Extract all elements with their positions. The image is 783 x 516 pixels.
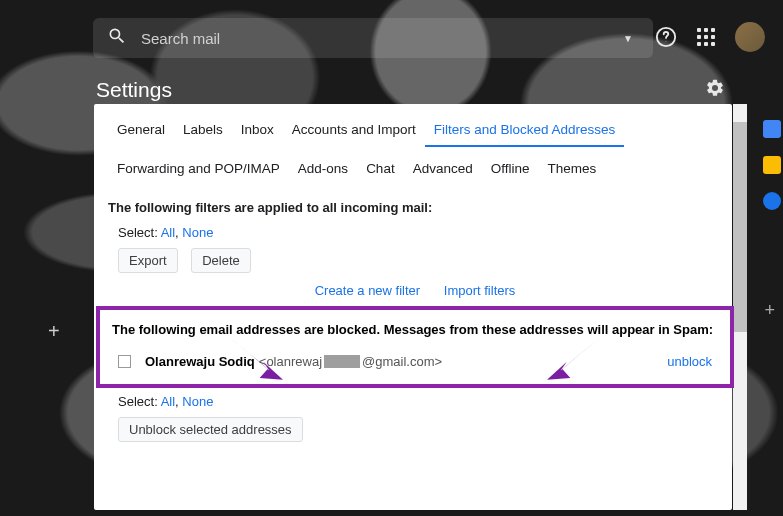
- blocked-contact-email: <olanrewaj @gmail.com>: [259, 354, 442, 369]
- unblock-link[interactable]: unblock: [667, 354, 712, 369]
- delete-button[interactable]: Delete: [191, 248, 251, 273]
- help-icon[interactable]: [655, 26, 677, 48]
- side-panel: [763, 120, 781, 210]
- tab-filters-blocked[interactable]: Filters and Blocked Addresses: [425, 118, 625, 147]
- blocked-row-checkbox[interactable]: [118, 355, 131, 368]
- svg-point-1: [666, 41, 667, 42]
- select-label: Select:: [118, 394, 158, 409]
- tab-labels[interactable]: Labels: [174, 118, 232, 147]
- page-title: Settings: [96, 78, 172, 102]
- import-filters-link[interactable]: Import filters: [444, 283, 516, 298]
- settings-tabs-row1: General Labels Inbox Accounts and Import…: [108, 118, 722, 147]
- scroll-thumb[interactable]: [733, 122, 747, 332]
- avatar[interactable]: [735, 22, 765, 52]
- side-panel-add-icon[interactable]: +: [764, 300, 775, 321]
- tab-accounts-import[interactable]: Accounts and Import: [283, 118, 425, 147]
- blocked-addresses-box: The following email addresses are blocke…: [96, 306, 734, 388]
- top-right-icons: [655, 22, 765, 52]
- search-input[interactable]: [141, 30, 617, 47]
- search-icon: [107, 26, 127, 50]
- export-button[interactable]: Export: [118, 248, 178, 273]
- blocked-contact-name: Olanrewaju Sodiq: [145, 354, 255, 369]
- tab-themes[interactable]: Themes: [538, 157, 605, 184]
- select-label: Select:: [118, 225, 158, 240]
- apps-icon[interactable]: [695, 26, 717, 48]
- filters-select-row: Select: All, None: [118, 225, 722, 240]
- keep-app-icon[interactable]: [763, 156, 781, 174]
- search-bar[interactable]: ▼: [93, 18, 653, 58]
- settings-tabs-row2: Forwarding and POP/IMAP Add-ons Chat Adv…: [108, 157, 722, 184]
- tasks-app-icon[interactable]: [763, 192, 781, 210]
- unblock-selected-button[interactable]: Unblock selected addresses: [118, 417, 303, 442]
- settings-panel: General Labels Inbox Accounts and Import…: [94, 104, 732, 510]
- blocked-select-row: Select: All, None: [118, 394, 722, 409]
- blocked-select-none[interactable]: None: [182, 394, 213, 409]
- redacted-segment: [324, 355, 360, 368]
- blocked-section-title: The following email addresses are blocke…: [112, 318, 718, 343]
- filters-select-none[interactable]: None: [182, 225, 213, 240]
- tab-forwarding[interactable]: Forwarding and POP/IMAP: [108, 157, 289, 184]
- gear-icon[interactable]: [705, 78, 725, 102]
- tab-advanced[interactable]: Advanced: [404, 157, 482, 184]
- filters-select-all[interactable]: All: [161, 225, 175, 240]
- tab-addons[interactable]: Add-ons: [289, 157, 357, 184]
- tab-general[interactable]: General: [108, 118, 174, 147]
- blocked-select-all[interactable]: All: [161, 394, 175, 409]
- tab-chat[interactable]: Chat: [357, 157, 404, 184]
- compose-plus-icon[interactable]: +: [48, 320, 60, 343]
- scrollbar[interactable]: [733, 104, 747, 510]
- create-filter-link[interactable]: Create a new filter: [315, 283, 421, 298]
- tab-inbox[interactable]: Inbox: [232, 118, 283, 147]
- tab-offline[interactable]: Offline: [482, 157, 539, 184]
- search-options-dropdown-icon[interactable]: ▼: [617, 33, 639, 44]
- blocked-address-row: Olanrewaju Sodiq <olanrewaj @gmail.com> …: [112, 351, 718, 372]
- filters-section: The following filters are applied to all…: [108, 200, 722, 298]
- filters-section-title: The following filters are applied to all…: [108, 200, 722, 215]
- calendar-app-icon[interactable]: [763, 120, 781, 138]
- filter-action-links: Create a new filter Import filters: [108, 283, 722, 298]
